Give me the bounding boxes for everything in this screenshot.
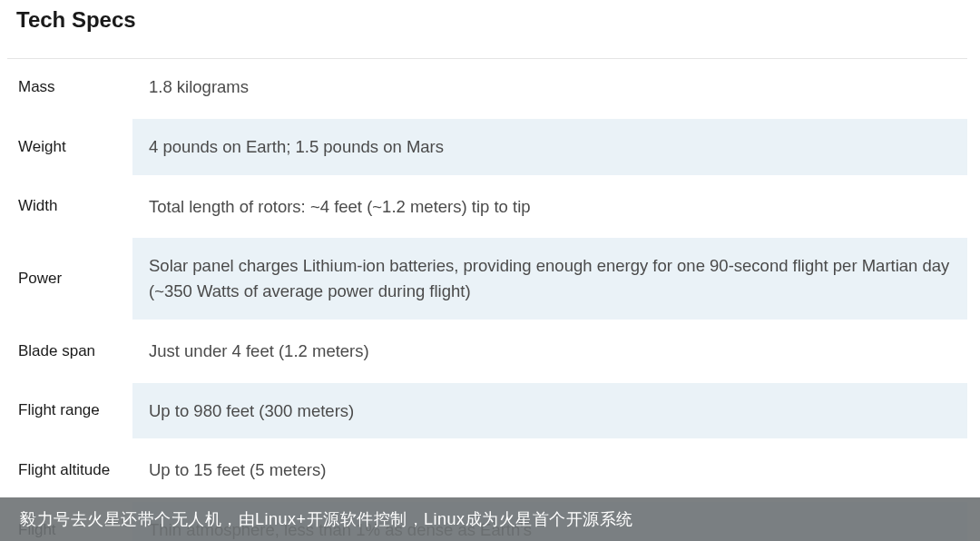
table-row: Flight range Up to 980 feet (300 meters) [7, 383, 967, 443]
row-label: Flight altitude [7, 442, 132, 502]
row-value: 4 pounds on Earth; 1.5 pounds on Mars [132, 119, 967, 179]
row-label: Blade span [7, 323, 132, 383]
row-value: 1.8 kilograms [132, 59, 967, 119]
caption-bar: 毅力号去火星还带个无人机，由Linux+开源软件控制，Linux成为火星首个开源… [0, 497, 980, 541]
row-label: Width [7, 179, 132, 239]
row-label: Power [7, 238, 132, 323]
row-value: Up to 15 feet (5 meters) [132, 442, 967, 502]
page-title: Tech Specs [7, 7, 967, 33]
table-row: Weight 4 pounds on Earth; 1.5 pounds on … [7, 119, 967, 179]
table-row: Blade span Just under 4 feet (1.2 meters… [7, 323, 967, 383]
specs-table: Mass 1.8 kilograms Weight 4 pounds on Ea… [7, 58, 967, 541]
table-row: Flight altitude Up to 15 feet (5 meters) [7, 442, 967, 502]
row-value: Solar panel charges Lithium-ion batterie… [132, 238, 967, 323]
row-label: Weight [7, 119, 132, 179]
row-label: Flight range [7, 383, 132, 443]
row-label: Mass [7, 59, 132, 119]
table-row: Mass 1.8 kilograms [7, 59, 967, 119]
table-row: Width Total length of rotors: ~4 feet (~… [7, 179, 967, 239]
row-value: Total length of rotors: ~4 feet (~1.2 me… [132, 179, 967, 239]
caption-text: 毅力号去火星还带个无人机，由Linux+开源软件控制，Linux成为火星首个开源… [20, 508, 633, 530]
table-row: Power Solar panel charges Lithium-ion ba… [7, 238, 967, 323]
row-value: Just under 4 feet (1.2 meters) [132, 323, 967, 383]
row-value: Up to 980 feet (300 meters) [132, 383, 967, 443]
